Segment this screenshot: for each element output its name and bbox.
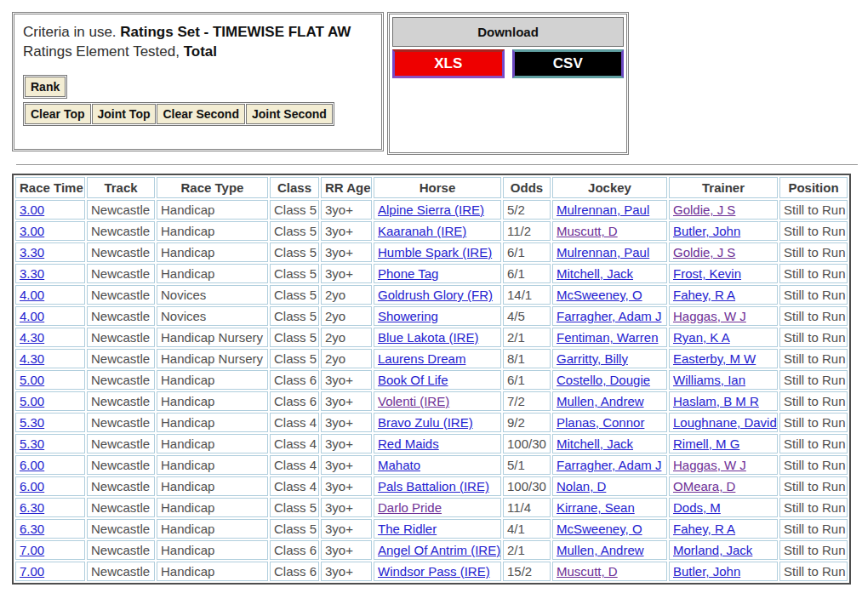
race-time-link[interactable]: 4.00	[20, 309, 44, 323]
trainer-cell: Williams, Ian	[669, 370, 778, 390]
horse-cell: Bravo Zulu (IRE)	[374, 413, 501, 432]
trainer-link[interactable]: OMeara, D	[673, 479, 735, 493]
jockey-link[interactable]: Planas, Connor	[557, 415, 644, 430]
jockey-link[interactable]: Fentiman, Warren	[557, 330, 658, 345]
jockey-link[interactable]: Nolan, D	[557, 479, 606, 493]
trainer-link[interactable]: Morland, Jack	[673, 543, 752, 557]
jockey-link[interactable]: Mullen, Andrew	[557, 394, 644, 408]
horse-link[interactable]: Kaaranah (IRE)	[378, 224, 466, 238]
horse-link[interactable]: Showering	[378, 309, 438, 323]
jockey-link[interactable]: Costello, Dougie	[557, 373, 650, 387]
trainer-link[interactable]: Fahey, R A	[673, 522, 735, 536]
trainer-link[interactable]: Butler, John	[673, 564, 740, 579]
race-time-link[interactable]: 5.00	[20, 394, 44, 408]
jockey-link[interactable]: Mitchell, Jack	[557, 436, 633, 451]
race-time-link[interactable]: 5.30	[20, 436, 44, 451]
race-time-link[interactable]: 5.30	[20, 415, 44, 430]
odds-cell: 5/1	[503, 455, 551, 475]
race-time-link[interactable]: 4.00	[20, 288, 44, 302]
race-time-cell: 5.00	[15, 370, 85, 390]
horse-link[interactable]: Pals Battalion (IRE)	[378, 479, 489, 493]
horse-cell: Kaaranah (IRE)	[374, 221, 501, 241]
jockey-link[interactable]: Mitchell, Jack	[557, 266, 633, 281]
horse-link[interactable]: Blue Lakota (IRE)	[378, 330, 478, 345]
class-cell: Class 5	[270, 242, 319, 262]
horse-link[interactable]: Book Of Life	[378, 373, 448, 387]
horse-link[interactable]: Goldrush Glory (FR)	[378, 288, 493, 302]
race-time-cell: 3.30	[15, 264, 85, 283]
race-time-link[interactable]: 4.30	[20, 330, 44, 345]
race-time-cell: 4.00	[15, 306, 85, 326]
criteria-button-clear-top[interactable]: Clear Top	[25, 104, 91, 124]
track-cell: Newcastle	[87, 391, 155, 411]
criteria-button-joint-second[interactable]: Joint Second	[246, 104, 333, 124]
horse-link[interactable]: Phone Tag	[378, 266, 438, 281]
table-row: 3.00NewcastleHandicapClass 53yo+Kaaranah…	[15, 221, 848, 241]
jockey-link[interactable]: Kirrane, Sean	[557, 500, 635, 515]
trainer-link[interactable]: Fahey, R A	[673, 288, 735, 302]
race-time-cell: 4.00	[15, 285, 85, 305]
class-cell: Class 5	[270, 519, 319, 539]
class-cell: Class 4	[270, 455, 319, 475]
horse-cell: Phone Tag	[374, 264, 501, 283]
ratings-set-value: Ratings Set - TIMEWISE FLAT AW	[120, 24, 351, 40]
jockey-link[interactable]: Muscutt, D	[557, 224, 618, 238]
position-cell: Still to Run	[779, 562, 848, 581]
trainer-link[interactable]: Haslam, B M R	[673, 394, 759, 408]
horse-link[interactable]: Humble Spark (IRE)	[378, 245, 492, 260]
rank-button[interactable]: Rank	[25, 77, 66, 97]
trainer-cell: Butler, John	[669, 221, 778, 241]
trainer-link[interactable]: Goldie, J S	[673, 202, 735, 217]
race-type-cell: Handicap	[157, 221, 268, 241]
jockey-link[interactable]: Farragher, Adam J	[557, 458, 661, 472]
horse-link[interactable]: Mahato	[378, 458, 420, 472]
jockey-link[interactable]: Mulrennan, Paul	[557, 245, 649, 260]
horse-link[interactable]: Alpine Sierra (IRE)	[378, 202, 484, 217]
trainer-link[interactable]: Ryan, K A	[673, 330, 730, 345]
race-time-link[interactable]: 3.00	[20, 202, 44, 217]
jockey-link[interactable]: Muscutt, D	[557, 564, 618, 579]
download-xls-button[interactable]: XLS	[392, 49, 505, 78]
jockey-cell: Farragher, Adam J	[552, 455, 667, 475]
race-time-link[interactable]: 6.00	[20, 458, 44, 472]
jockey-link[interactable]: Mullen, Andrew	[557, 543, 644, 557]
race-time-link[interactable]: 4.30	[20, 351, 44, 366]
race-time-link[interactable]: 3.30	[20, 245, 44, 260]
race-time-link[interactable]: 7.00	[20, 564, 44, 579]
jockey-link[interactable]: Mulrennan, Paul	[557, 202, 649, 217]
horse-link[interactable]: The Ridler	[378, 522, 437, 536]
horse-link[interactable]: Red Maids	[378, 436, 439, 451]
horse-link[interactable]: Laurens Dream	[378, 351, 465, 366]
trainer-link[interactable]: Goldie, J S	[673, 245, 735, 260]
race-time-link[interactable]: 6.00	[20, 479, 44, 493]
race-time-link[interactable]: 3.30	[20, 266, 44, 281]
trainer-link[interactable]: Dods, M	[673, 500, 721, 515]
trainer-link[interactable]: Butler, John	[673, 224, 740, 238]
trainer-link[interactable]: Loughnane, David	[673, 415, 777, 430]
trainer-link[interactable]: Frost, Kevin	[673, 266, 741, 281]
race-time-link[interactable]: 3.00	[20, 224, 44, 238]
jockey-cell: Mullen, Andrew	[552, 391, 667, 411]
horse-link[interactable]: Windsor Pass (IRE)	[378, 564, 490, 579]
horse-link[interactable]: Bravo Zulu (IRE)	[378, 415, 473, 430]
jockey-link[interactable]: McSweeney, O	[557, 522, 642, 536]
trainer-link[interactable]: Rimell, M G	[673, 436, 739, 451]
horse-link[interactable]: Angel Of Antrim (IRE)	[378, 543, 500, 557]
horse-link[interactable]: Volenti (IRE)	[378, 394, 449, 408]
race-time-link[interactable]: 6.30	[20, 500, 44, 515]
criteria-button-joint-top[interactable]: Joint Top	[92, 104, 157, 124]
horse-link[interactable]: Darlo Pride	[378, 500, 442, 515]
trainer-link[interactable]: Haggas, W J	[673, 458, 746, 472]
trainer-link[interactable]: Haggas, W J	[673, 309, 746, 323]
race-time-link[interactable]: 6.30	[20, 522, 44, 536]
trainer-link[interactable]: Easterby, M W	[673, 351, 756, 366]
trainer-link[interactable]: Williams, Ian	[673, 373, 745, 387]
criteria-button-clear-second[interactable]: Clear Second	[157, 104, 244, 124]
jockey-link[interactable]: Farragher, Adam J	[557, 309, 661, 323]
race-time-link[interactable]: 5.00	[20, 373, 44, 387]
jockey-cell: Mitchell, Jack	[552, 264, 667, 283]
download-csv-button[interactable]: CSV	[512, 49, 625, 78]
jockey-link[interactable]: Garritty, Billy	[557, 351, 628, 366]
race-time-link[interactable]: 7.00	[20, 543, 44, 557]
jockey-link[interactable]: McSweeney, O	[557, 288, 642, 302]
